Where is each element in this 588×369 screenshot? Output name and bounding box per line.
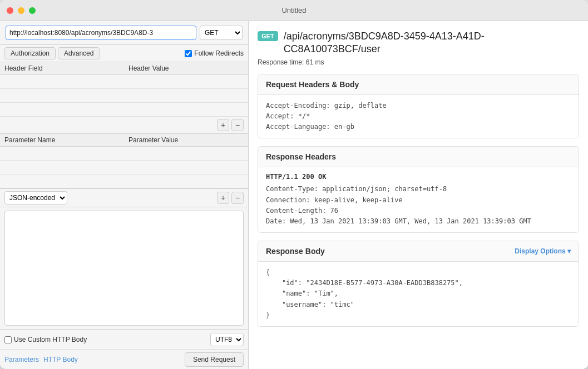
header-value-input-3[interactable] xyxy=(124,103,248,116)
custom-body-container: Use Custom HTTP Body xyxy=(4,336,87,343)
header-field-input-3[interactable] xyxy=(0,103,124,116)
request-headers-card: Request Headers & Body Accept-Encoding: … xyxy=(258,74,579,139)
maximize-button[interactable] xyxy=(29,7,36,14)
custom-body-checkbox[interactable] xyxy=(4,336,12,343)
response-headers-title: Response Headers xyxy=(258,147,579,167)
http-body-tab[interactable]: HTTP Body xyxy=(43,356,78,363)
response-time: Response time: 61 ms xyxy=(258,58,579,66)
header-value-input-1[interactable] xyxy=(124,75,248,88)
right-panel: GET /api/acronyms/3BDC9A8D-3459-4A13-A41… xyxy=(249,21,588,369)
left-panel: GET POST PUT DELETE Authorization Advanc… xyxy=(0,21,249,369)
url-bar: GET POST PUT DELETE xyxy=(0,21,248,45)
response-title-row: GET /api/acronyms/3BDC9A8D-3459-4A13-A41… xyxy=(258,30,579,56)
encoding-select[interactable]: JSON-encoded xyxy=(4,191,67,205)
header-value-col: Header Value xyxy=(124,62,248,75)
response-time-label: Response time: xyxy=(258,58,304,66)
tabs-row: Authorization Advanced Follow Redirects xyxy=(0,45,248,62)
param-value-input-2[interactable] xyxy=(124,161,248,174)
response-body-card: Response Body Display Options ▾ { "id": … xyxy=(258,241,579,327)
response-body-text: { "id": "2434D18E-B577-4973-A30A-EADD3B8… xyxy=(266,267,571,321)
header-row-2 xyxy=(0,89,248,103)
request-headers-title: Request Headers & Body xyxy=(258,74,579,95)
authorization-tab[interactable]: Authorization xyxy=(4,47,56,59)
response-headers-body: HTTP/1.1 200 OK Content-Type: applicatio… xyxy=(258,167,579,232)
header-field-col: Header Field xyxy=(0,62,124,75)
body-textarea-section xyxy=(0,207,248,330)
param-row-2 xyxy=(0,161,248,174)
header-field-input-2[interactable] xyxy=(0,89,124,102)
encoding-row: JSON-encoded + − xyxy=(0,189,248,207)
url-input[interactable] xyxy=(6,26,196,40)
method-select[interactable]: GET POST PUT DELETE xyxy=(200,26,243,40)
param-name-input-1[interactable] xyxy=(0,147,124,160)
app-window: Untitled GET POST PUT DELETE Authorizati… xyxy=(0,0,588,369)
remove-param-button[interactable]: − xyxy=(231,192,244,204)
display-options-button[interactable]: Display Options ▾ xyxy=(515,247,571,255)
headers-section: Header Field Header Value xyxy=(0,62,248,134)
headers-table: Header Field Header Value xyxy=(0,62,248,117)
request-headers-body: Accept-Encoding: gzip, deflate Accept: *… xyxy=(258,95,579,138)
follow-redirects-label: Follow Redirects xyxy=(194,49,244,57)
follow-redirects-container: Follow Redirects xyxy=(185,49,244,57)
add-param-button[interactable]: + xyxy=(217,192,229,204)
header-row-3 xyxy=(0,103,248,117)
traffic-lights xyxy=(7,7,36,14)
follow-redirects-checkbox[interactable] xyxy=(185,50,192,57)
param-value-input-1[interactable] xyxy=(124,147,248,160)
param-name-input-2[interactable] xyxy=(0,161,124,174)
param-name-input-3[interactable] xyxy=(0,174,124,188)
header-value-input-2[interactable] xyxy=(124,89,248,102)
bottom-tabs-row: Parameters HTTP Body Send Request xyxy=(0,350,248,369)
headers-plus-minus: + − xyxy=(0,117,248,133)
param-value-input-3[interactable] xyxy=(124,174,248,188)
close-button[interactable] xyxy=(7,7,13,14)
request-headers-content: Accept-Encoding: gzip, deflate Accept: *… xyxy=(266,101,571,133)
param-row-3 xyxy=(0,174,248,188)
response-headers-content: Content-Type: application/json; charset=… xyxy=(266,184,571,227)
param-name-col: Parameter Name xyxy=(0,134,124,147)
response-time-value: 61 ms xyxy=(306,58,324,66)
params-section: Parameter Name Parameter Value xyxy=(0,134,248,189)
add-header-button[interactable]: + xyxy=(217,119,229,131)
method-badge: GET xyxy=(258,31,278,41)
send-request-button[interactable]: Send Request xyxy=(185,352,244,367)
response-path: /api/acronyms/3BDC9A8D-3459-4A13-A41D-CC… xyxy=(284,30,579,56)
minimize-button[interactable] xyxy=(18,7,24,14)
header-row-1 xyxy=(0,75,248,89)
parameters-tab[interactable]: Parameters xyxy=(4,356,39,363)
response-body-title: Response Body xyxy=(266,247,325,256)
remove-header-button[interactable]: − xyxy=(231,119,244,131)
main-content: GET POST PUT DELETE Authorization Advanc… xyxy=(0,21,588,369)
titlebar: Untitled xyxy=(0,0,588,21)
http-status: HTTP/1.1 200 OK xyxy=(266,173,571,181)
response-headers-card: Response Headers HTTP/1.1 200 OK Content… xyxy=(258,146,579,233)
bottom-controls: Use Custom HTTP Body UTF8 xyxy=(0,330,248,350)
body-textarea[interactable] xyxy=(4,211,244,326)
param-value-col: Parameter Value xyxy=(124,134,248,147)
response-body-header: Response Body Display Options ▾ xyxy=(258,241,579,262)
utf-select[interactable]: UTF8 xyxy=(210,333,244,346)
window-title: Untitled xyxy=(281,6,306,14)
advanced-tab[interactable]: Advanced xyxy=(58,47,100,59)
response-body-content: { "id": "2434D18E-B577-4973-A30A-EADD3B8… xyxy=(258,262,579,326)
custom-body-label: Use Custom HTTP Body xyxy=(14,336,87,343)
header-field-input-1[interactable] xyxy=(0,75,124,88)
params-plus-minus: + − xyxy=(217,192,244,204)
param-row-1 xyxy=(0,147,248,161)
params-table: Parameter Name Parameter Value xyxy=(0,134,248,188)
